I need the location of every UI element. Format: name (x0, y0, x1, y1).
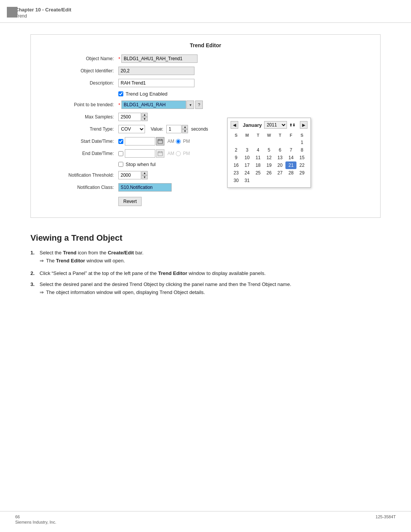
notification-class-input[interactable] (118, 183, 172, 192)
cal-day[interactable]: 30 (231, 177, 242, 184)
cal-day[interactable]: 5 (264, 146, 275, 154)
value-spin-up[interactable]: ▲ (182, 125, 188, 129)
notification-threshold-spin-down[interactable]: ▼ (142, 175, 148, 179)
start-am-radio[interactable] (176, 139, 181, 144)
object-identifier-row: Object Identifier: (42, 67, 369, 75)
cal-day[interactable]: 2 (231, 146, 242, 154)
cal-day[interactable]: 13 (274, 154, 285, 161)
cal-day[interactable]: 12 (264, 154, 275, 161)
end-am-pm-group: AM PM (167, 151, 191, 156)
cal-day[interactable]: 4 (253, 146, 264, 154)
start-am-option (176, 139, 182, 144)
notification-threshold-input[interactable] (118, 171, 141, 179)
trend-log-row: Trend Log Enabled (118, 91, 369, 97)
svg-rect-4 (158, 152, 162, 156)
notification-threshold-spinbox: ▲ ▼ (118, 171, 148, 179)
cal-day[interactable]: 26 (264, 169, 275, 177)
step-1-sub-1: ⇒ The Trend Editor window will open. (40, 258, 381, 264)
cal-col-sun: S (231, 132, 242, 139)
cal-day[interactable]: 16 (231, 161, 242, 169)
value-spin-down[interactable]: ▼ (182, 129, 188, 133)
step-2: 2. Click “Select a Panel” at the top of … (30, 270, 381, 276)
description-row: Description: (42, 79, 369, 87)
cal-day[interactable]: 23 (231, 169, 242, 177)
cal-day (296, 177, 307, 184)
trend-log-checkbox[interactable] (118, 91, 123, 96)
footer-company: Siemens Industry, Inc. (15, 520, 56, 524)
stop-when-checkbox[interactable] (118, 162, 123, 167)
cal-day (274, 177, 285, 184)
cal-day (253, 139, 264, 146)
step-3-content: Select the desired panel and the desired… (40, 281, 381, 297)
start-datetime-checkbox[interactable] (118, 139, 123, 144)
cal-year-select[interactable]: 2011 2012 (264, 121, 287, 129)
cal-next-btn[interactable]: ▶ (300, 121, 307, 129)
footer-page-number: 66 (15, 514, 56, 519)
max-samples-spin-down[interactable]: ▼ (142, 117, 148, 121)
end-datetime-label: End Date/Time: (42, 151, 118, 156)
calendar-btn-end[interactable] (156, 149, 164, 158)
object-name-label: Object Name: (42, 56, 118, 61)
max-samples-input[interactable] (118, 113, 141, 121)
start-datetime-input[interactable] (125, 137, 155, 145)
step-3-sub-1: ⇒ The object information window will ope… (40, 289, 381, 295)
cal-day[interactable]: 6 (274, 146, 285, 154)
cal-day[interactable]: 15 (296, 154, 307, 161)
object-identifier-input[interactable] (118, 67, 194, 75)
cal-day[interactable]: 27 (274, 169, 285, 177)
cal-day[interactable]: 25 (253, 169, 264, 177)
step-1-text: Select the Trend icon from the Create/Ed… (40, 250, 143, 256)
end-datetime-input[interactable] (125, 149, 155, 158)
arrow-symbol-1: ⇒ (40, 258, 44, 264)
cal-day[interactable]: 3 (242, 146, 253, 154)
cal-day (264, 139, 275, 146)
calendar-btn-start[interactable] (156, 137, 164, 145)
arrow-symbol-3: ⇒ (40, 289, 44, 295)
notification-class-label: Notification Class: (42, 185, 118, 190)
cal-day[interactable]: 8 (296, 146, 307, 154)
object-name-row: Object Name: * (42, 54, 369, 63)
description-input[interactable] (118, 79, 194, 87)
step-3-sub-1-text: The object information window will open,… (46, 289, 205, 295)
cal-day[interactable]: 18 (253, 161, 264, 169)
cal-day[interactable]: 19 (264, 161, 275, 169)
point-trended-input[interactable] (121, 101, 186, 109)
max-samples-spin-up[interactable]: ▲ (142, 113, 148, 117)
seconds-label: seconds (191, 126, 208, 132)
point-dropdown-btn[interactable]: ▾ (186, 101, 194, 109)
required-star-name: * (118, 56, 120, 62)
max-samples-spin-buttons: ▲ ▼ (142, 113, 148, 121)
max-samples-label: Max Samples: (42, 114, 118, 120)
cal-day[interactable]: 14 (285, 154, 296, 161)
notification-threshold-spin-up[interactable]: ▲ (142, 171, 148, 175)
cal-day[interactable]: 7 (285, 146, 296, 154)
cal-day[interactable]: 31 (242, 177, 253, 184)
step-3-text: Select the desired panel and the desired… (40, 281, 291, 287)
cal-day[interactable]: 9 (231, 154, 242, 161)
start-am-pm-group: AM PM (167, 139, 191, 144)
step-2-content: Click “Select a Panel” at the top of the… (40, 270, 381, 276)
step-3-sub-list: ⇒ The object information window will ope… (40, 289, 381, 295)
cal-day[interactable]: 24 (242, 169, 253, 177)
calendar-icon (158, 139, 163, 144)
cal-day[interactable]: 17 (242, 161, 253, 169)
point-question-btn[interactable]: ? (195, 101, 203, 109)
cal-day (285, 177, 296, 184)
cal-day[interactable]: 11 (253, 154, 264, 161)
object-name-input[interactable] (121, 54, 198, 63)
stop-when-label: Stop when ful (126, 161, 156, 167)
trend-type-select[interactable]: COV Interval (118, 125, 145, 133)
end-datetime-checkbox[interactable] (118, 151, 123, 156)
cal-day[interactable]: 28 (285, 169, 296, 177)
value-input[interactable] (166, 125, 182, 133)
revert-button[interactable]: Revert (118, 197, 142, 206)
cal-day[interactable]: 29 (296, 169, 307, 177)
cal-day[interactable]: 10 (242, 154, 253, 161)
cal-prev-btn[interactable]: ◀ (231, 121, 238, 129)
main-content: Trend Editor Object Name: * Object Ident… (0, 23, 411, 313)
cal-day[interactable]: 22 (296, 161, 307, 169)
cal-day[interactable]: 20 (274, 161, 285, 169)
end-am-radio[interactable] (176, 151, 181, 156)
cal-day[interactable]: 21 (285, 161, 296, 169)
cal-day[interactable]: 1 (296, 139, 307, 146)
